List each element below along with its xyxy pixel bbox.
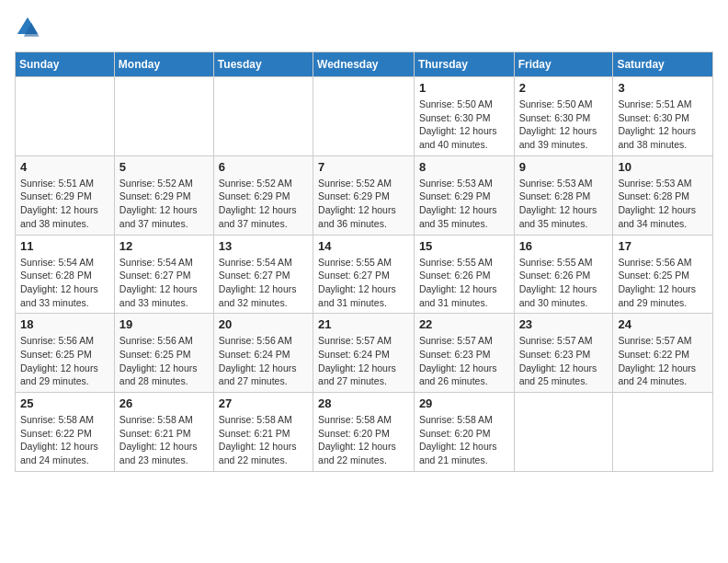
- day-info: Sunrise: 5:54 AM Sunset: 6:27 PM Dayligh…: [219, 256, 308, 310]
- calendar-week-2: 4Sunrise: 5:51 AM Sunset: 6:29 PM Daylig…: [16, 155, 713, 235]
- day-info: Sunrise: 5:50 AM Sunset: 6:30 PM Dayligh…: [519, 98, 609, 152]
- calendar-cell: 3Sunrise: 5:51 AM Sunset: 6:30 PM Daylig…: [613, 77, 713, 156]
- day-number: 9: [519, 160, 609, 174]
- day-info: Sunrise: 5:56 AM Sunset: 6:24 PM Dayligh…: [219, 334, 308, 388]
- day-info: Sunrise: 5:53 AM Sunset: 6:29 PM Dayligh…: [419, 177, 509, 231]
- day-number: 20: [219, 317, 308, 331]
- day-number: 23: [519, 317, 609, 331]
- day-number: 10: [618, 160, 708, 174]
- calendar-cell: 19Sunrise: 5:56 AM Sunset: 6:25 PM Dayli…: [114, 314, 213, 393]
- day-info: Sunrise: 5:55 AM Sunset: 6:26 PM Dayligh…: [519, 256, 609, 310]
- calendar-cell: [16, 77, 115, 156]
- calendar-cell: 29Sunrise: 5:58 AM Sunset: 6:20 PM Dayli…: [414, 393, 514, 472]
- day-number: 28: [318, 396, 409, 410]
- day-info: Sunrise: 5:58 AM Sunset: 6:21 PM Dayligh…: [219, 413, 308, 467]
- day-number: 13: [219, 239, 308, 253]
- calendar-cell: 27Sunrise: 5:58 AM Sunset: 6:21 PM Dayli…: [213, 393, 313, 472]
- day-number: 8: [419, 160, 509, 174]
- day-info: Sunrise: 5:52 AM Sunset: 6:29 PM Dayligh…: [119, 177, 209, 231]
- calendar-cell: 5Sunrise: 5:52 AM Sunset: 6:29 PM Daylig…: [114, 155, 213, 235]
- calendar-cell: 12Sunrise: 5:54 AM Sunset: 6:27 PM Dayli…: [114, 235, 213, 314]
- day-number: 12: [119, 239, 209, 253]
- calendar-cell: 24Sunrise: 5:57 AM Sunset: 6:22 PM Dayli…: [613, 314, 713, 393]
- day-info: Sunrise: 5:54 AM Sunset: 6:28 PM Dayligh…: [20, 256, 109, 310]
- calendar-cell: 22Sunrise: 5:57 AM Sunset: 6:23 PM Dayli…: [414, 314, 514, 393]
- day-number: 14: [318, 239, 409, 253]
- day-number: 4: [20, 160, 109, 174]
- day-info: Sunrise: 5:58 AM Sunset: 6:20 PM Dayligh…: [318, 413, 409, 467]
- day-info: Sunrise: 5:52 AM Sunset: 6:29 PM Dayligh…: [318, 177, 409, 231]
- day-number: 1: [419, 81, 509, 95]
- calendar-cell: 11Sunrise: 5:54 AM Sunset: 6:28 PM Dayli…: [16, 235, 115, 314]
- col-header-thursday: Thursday: [414, 52, 514, 77]
- day-number: 7: [318, 160, 409, 174]
- day-info: Sunrise: 5:55 AM Sunset: 6:26 PM Dayligh…: [419, 256, 509, 310]
- day-info: Sunrise: 5:58 AM Sunset: 6:22 PM Dayligh…: [20, 413, 109, 467]
- calendar-cell: [213, 77, 313, 156]
- day-info: Sunrise: 5:55 AM Sunset: 6:27 PM Dayligh…: [318, 256, 409, 310]
- day-number: 2: [519, 81, 609, 95]
- page-header: [15, 15, 713, 40]
- day-info: Sunrise: 5:51 AM Sunset: 6:30 PM Dayligh…: [618, 98, 708, 152]
- day-number: 29: [419, 396, 509, 410]
- day-number: 26: [119, 396, 209, 410]
- day-info: Sunrise: 5:56 AM Sunset: 6:25 PM Dayligh…: [618, 256, 708, 310]
- day-number: 3: [618, 81, 708, 95]
- day-number: 25: [20, 396, 109, 410]
- day-info: Sunrise: 5:54 AM Sunset: 6:27 PM Dayligh…: [119, 256, 209, 310]
- day-number: 22: [419, 317, 509, 331]
- day-info: Sunrise: 5:52 AM Sunset: 6:29 PM Dayligh…: [219, 177, 308, 231]
- calendar-cell: 21Sunrise: 5:57 AM Sunset: 6:24 PM Dayli…: [313, 314, 415, 393]
- day-info: Sunrise: 5:50 AM Sunset: 6:30 PM Dayligh…: [419, 98, 509, 152]
- calendar-cell: 7Sunrise: 5:52 AM Sunset: 6:29 PM Daylig…: [313, 155, 415, 235]
- calendar-cell: 26Sunrise: 5:58 AM Sunset: 6:21 PM Dayli…: [114, 393, 213, 472]
- calendar-week-4: 18Sunrise: 5:56 AM Sunset: 6:25 PM Dayli…: [16, 314, 713, 393]
- day-number: 15: [419, 239, 509, 253]
- day-info: Sunrise: 5:58 AM Sunset: 6:20 PM Dayligh…: [419, 413, 509, 467]
- day-number: 6: [219, 160, 308, 174]
- day-info: Sunrise: 5:57 AM Sunset: 6:24 PM Dayligh…: [318, 334, 409, 388]
- calendar-cell: 14Sunrise: 5:55 AM Sunset: 6:27 PM Dayli…: [313, 235, 415, 314]
- calendar-header-row: SundayMondayTuesdayWednesdayThursdayFrid…: [16, 52, 713, 77]
- calendar-cell: 17Sunrise: 5:56 AM Sunset: 6:25 PM Dayli…: [613, 235, 713, 314]
- day-info: Sunrise: 5:56 AM Sunset: 6:25 PM Dayligh…: [119, 334, 209, 388]
- calendar-cell: [313, 77, 415, 156]
- day-number: 11: [20, 239, 109, 253]
- day-number: 21: [318, 317, 409, 331]
- col-header-saturday: Saturday: [613, 52, 713, 77]
- calendar-cell: 18Sunrise: 5:56 AM Sunset: 6:25 PM Dayli…: [16, 314, 115, 393]
- calendar-cell: 23Sunrise: 5:57 AM Sunset: 6:23 PM Dayli…: [514, 314, 613, 393]
- logo-icon: [15, 15, 40, 40]
- logo: [15, 15, 44, 40]
- calendar-week-1: 1Sunrise: 5:50 AM Sunset: 6:30 PM Daylig…: [16, 77, 713, 156]
- day-number: 5: [119, 160, 209, 174]
- calendar-cell: 13Sunrise: 5:54 AM Sunset: 6:27 PM Dayli…: [213, 235, 313, 314]
- day-info: Sunrise: 5:57 AM Sunset: 6:23 PM Dayligh…: [519, 334, 609, 388]
- day-info: Sunrise: 5:57 AM Sunset: 6:22 PM Dayligh…: [618, 334, 708, 388]
- day-number: 24: [618, 317, 708, 331]
- calendar-cell: 16Sunrise: 5:55 AM Sunset: 6:26 PM Dayli…: [514, 235, 613, 314]
- calendar-cell: [514, 393, 613, 472]
- day-number: 27: [219, 396, 308, 410]
- calendar-cell: 2Sunrise: 5:50 AM Sunset: 6:30 PM Daylig…: [514, 77, 613, 156]
- calendar-cell: 6Sunrise: 5:52 AM Sunset: 6:29 PM Daylig…: [213, 155, 313, 235]
- col-header-friday: Friday: [514, 52, 613, 77]
- calendar-cell: 28Sunrise: 5:58 AM Sunset: 6:20 PM Dayli…: [313, 393, 415, 472]
- day-info: Sunrise: 5:51 AM Sunset: 6:29 PM Dayligh…: [20, 177, 109, 231]
- calendar-cell: 15Sunrise: 5:55 AM Sunset: 6:26 PM Dayli…: [414, 235, 514, 314]
- day-number: 18: [20, 317, 109, 331]
- calendar-cell: 9Sunrise: 5:53 AM Sunset: 6:28 PM Daylig…: [514, 155, 613, 235]
- day-number: 16: [519, 239, 609, 253]
- col-header-sunday: Sunday: [16, 52, 115, 77]
- day-info: Sunrise: 5:53 AM Sunset: 6:28 PM Dayligh…: [519, 177, 609, 231]
- calendar-cell: 25Sunrise: 5:58 AM Sunset: 6:22 PM Dayli…: [16, 393, 115, 472]
- calendar-cell: 10Sunrise: 5:53 AM Sunset: 6:28 PM Dayli…: [613, 155, 713, 235]
- calendar-week-5: 25Sunrise: 5:58 AM Sunset: 6:22 PM Dayli…: [16, 393, 713, 472]
- col-header-wednesday: Wednesday: [313, 52, 415, 77]
- calendar-cell: 8Sunrise: 5:53 AM Sunset: 6:29 PM Daylig…: [414, 155, 514, 235]
- day-info: Sunrise: 5:58 AM Sunset: 6:21 PM Dayligh…: [119, 413, 209, 467]
- calendar-cell: [114, 77, 213, 156]
- day-info: Sunrise: 5:57 AM Sunset: 6:23 PM Dayligh…: [419, 334, 509, 388]
- day-info: Sunrise: 5:56 AM Sunset: 6:25 PM Dayligh…: [20, 334, 109, 388]
- calendar-cell: [613, 393, 713, 472]
